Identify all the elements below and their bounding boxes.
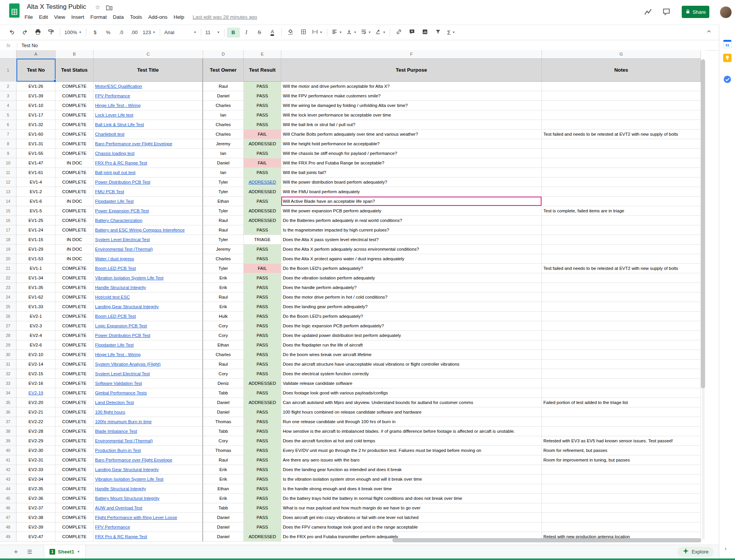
cell-A15[interactable]: EV1-5 xyxy=(16,206,56,216)
paint-format-button[interactable] xyxy=(44,28,57,38)
cell-A2[interactable]: EV1-26 xyxy=(16,82,56,91)
cell-B21[interactable]: COMPLETE xyxy=(56,264,94,273)
explore-button[interactable]: Explore xyxy=(678,547,714,557)
keep-icon[interactable] xyxy=(723,54,732,62)
last-edit-link[interactable]: Last edit was 28 minutes ago xyxy=(193,14,257,20)
select-all-corner[interactable] xyxy=(0,50,16,59)
all-sheets-icon[interactable] xyxy=(26,549,33,555)
row-header-16[interactable]: 16 xyxy=(0,216,16,225)
cell-G33[interactable] xyxy=(542,379,701,388)
cell-G42[interactable] xyxy=(542,465,701,475)
cell-F22[interactable]: Does the vibration isolation perform ade… xyxy=(281,273,542,283)
row-header-38[interactable]: 38 xyxy=(0,427,16,436)
cell-A46[interactable]: EV2-37 xyxy=(16,503,56,513)
horizontal-align-button[interactable]: ▼ xyxy=(330,28,344,38)
format-percent-button[interactable]: % xyxy=(102,28,115,38)
cell-F9[interactable]: Will the chassis be stiff enough for pay… xyxy=(281,149,542,158)
redo-button[interactable] xyxy=(18,28,31,38)
merge-cells-button[interactable]: ▼ xyxy=(310,28,325,38)
cell-B10[interactable]: IN DOC xyxy=(56,158,94,168)
cell-A22[interactable]: EV1-34 xyxy=(16,273,56,283)
row-header-37[interactable]: 37 xyxy=(0,417,16,427)
row-header-12[interactable]: 12 xyxy=(0,177,16,187)
cell-G28[interactable] xyxy=(542,331,701,340)
cell-D47[interactable]: Daniel xyxy=(203,513,244,522)
cell-F30[interactable]: Do the boom wires break over aircraft li… xyxy=(281,350,542,360)
row-header-31[interactable]: 31 xyxy=(0,360,16,369)
cell-F15[interactable]: Will the power expansion PCB perform ade… xyxy=(281,206,542,216)
row-header-41[interactable]: 41 xyxy=(0,455,16,465)
cell-B33[interactable]: COMPLETE xyxy=(56,379,94,388)
cell-C34[interactable]: Gimbal Performance Tests xyxy=(94,388,203,398)
cell-G40[interactable]: Room for refinement, but passes xyxy=(542,446,701,455)
cell-A38[interactable]: EV2-28 xyxy=(16,427,56,436)
cell-E9[interactable]: PASS xyxy=(244,149,281,158)
cell-E2[interactable]: PASS xyxy=(244,82,281,91)
column-header-B[interactable]: B xyxy=(56,50,94,59)
cell-A24[interactable]: EV1-62 xyxy=(16,292,56,302)
cell-E21[interactable]: FAIL xyxy=(244,264,281,273)
cell-B46[interactable]: COMPLETE xyxy=(56,503,94,513)
cell-E17[interactable]: PASS xyxy=(244,225,281,235)
cell-E7[interactable]: FAIL xyxy=(244,130,281,139)
cell-G13[interactable] xyxy=(542,187,701,197)
row-header-28[interactable]: 28 xyxy=(0,331,16,340)
cell-E49[interactable]: ADDRESSED xyxy=(244,532,281,542)
cell-B22[interactable]: COMPLETE xyxy=(56,273,94,283)
cell-G27[interactable] xyxy=(542,321,701,331)
cell-C12[interactable]: Power Distribution PCB Test xyxy=(94,177,203,187)
cell-F19[interactable]: Does the Alta X perform adequately acros… xyxy=(281,245,542,254)
cell-F41[interactable]: Are there any aero issues with the baro xyxy=(281,455,542,465)
text-rotation-button[interactable]: ▼ xyxy=(373,28,387,38)
tasks-icon[interactable] xyxy=(723,75,732,84)
cell-D4[interactable]: Charles xyxy=(203,101,244,110)
cell-A7[interactable]: EV1-60 xyxy=(16,130,56,139)
cell-A40[interactable]: EV2-30 xyxy=(16,446,56,455)
cell-F29[interactable]: Does the flopdapter run the life of airc… xyxy=(281,340,542,350)
menu-format[interactable]: Format xyxy=(87,13,110,21)
cell-A30[interactable]: EV2-10 xyxy=(16,350,56,360)
document-title[interactable]: Alta X Testing Public xyxy=(27,3,86,11)
text-wrap-button[interactable]: ▼ xyxy=(359,28,373,38)
increase-decimal-places-button[interactable]: .00 xyxy=(128,28,141,38)
cell-G14[interactable] xyxy=(542,197,701,206)
cell-F4[interactable]: Will the wiring be damaged by folding / … xyxy=(281,101,542,110)
cell-E47[interactable]: PASS xyxy=(244,513,281,522)
cell-G41[interactable]: Room for improvement in tuning, but pass… xyxy=(542,455,701,465)
cell-E11[interactable]: PASS xyxy=(244,168,281,177)
cell-E15[interactable]: ADDRESSED xyxy=(244,206,281,216)
cell-F48[interactable]: Does the FPV camera footage look good an… xyxy=(281,522,542,532)
row-header-36[interactable]: 36 xyxy=(0,407,16,417)
menu-add-ons[interactable]: Add-ons xyxy=(145,13,171,21)
vertical-align-button[interactable]: ▼ xyxy=(344,28,359,38)
cell-D26[interactable]: Hulk xyxy=(203,312,244,321)
cell-D42[interactable]: Erik xyxy=(203,465,244,475)
cell-F28[interactable]: Does the updated power distribution test… xyxy=(281,331,542,340)
cell-B5[interactable]: COMPLETE xyxy=(56,110,94,120)
cell-E29[interactable]: PASS xyxy=(244,340,281,350)
column-header-C[interactable]: C xyxy=(94,50,203,59)
font-family-button[interactable]: Arial▼ xyxy=(162,28,199,38)
cell-B36[interactable]: COMPLETE xyxy=(56,407,94,417)
cell-B39[interactable]: COMPLETE xyxy=(56,436,94,446)
cell-G37[interactable] xyxy=(542,417,701,427)
cell-A23[interactable]: EV1-35 xyxy=(16,283,56,292)
cell-G35[interactable]: Failed portion of test added to the tria… xyxy=(542,398,701,407)
cell-A14[interactable]: EV1-6 xyxy=(16,197,56,206)
cell-G43[interactable] xyxy=(542,475,701,484)
cell-E12[interactable]: ADDRESSED xyxy=(244,177,281,187)
menu-data[interactable]: Data xyxy=(110,13,127,21)
cell-B9[interactable]: COMPLETE xyxy=(56,149,94,158)
cell-F17[interactable]: Is the magnetometer impacted by high cur… xyxy=(281,225,542,235)
functions-button[interactable]: Σ▼ xyxy=(445,28,458,38)
calendar-icon[interactable]: 31 xyxy=(723,40,732,48)
row-header-7[interactable]: 7 xyxy=(0,130,16,139)
selection-fill-handle[interactable] xyxy=(53,79,56,82)
column-header-G[interactable]: G xyxy=(542,50,701,59)
cell-G32[interactable] xyxy=(542,369,701,379)
cell-F44[interactable]: Is the handle strong enough and does it … xyxy=(281,484,542,494)
cell-G12[interactable] xyxy=(542,177,701,187)
cell-G45[interactable] xyxy=(542,494,701,503)
horizontal-scrollbar[interactable] xyxy=(392,538,701,542)
cell-C17[interactable]: Battery and ESC Wiring Compass Interefen… xyxy=(94,225,203,235)
